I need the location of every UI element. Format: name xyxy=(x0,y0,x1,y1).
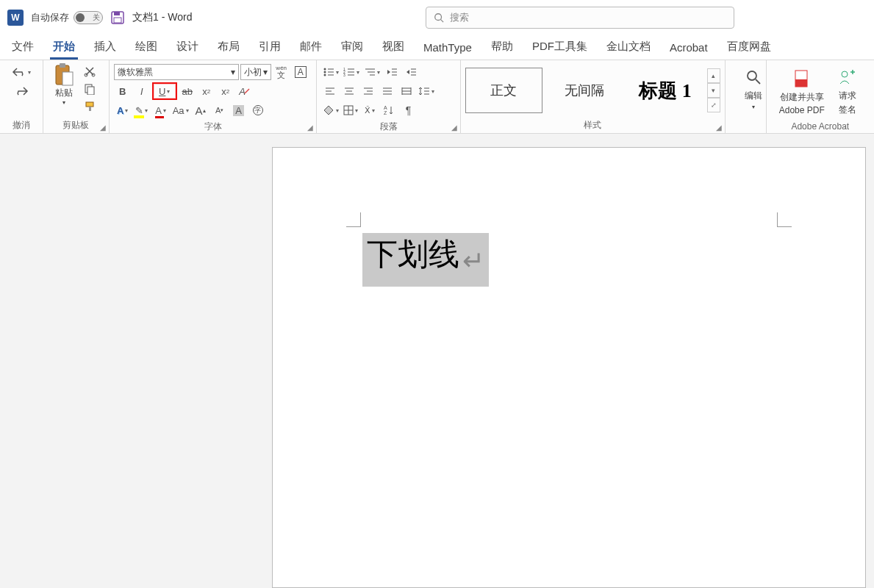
character-shading-button[interactable]: A xyxy=(230,101,248,119)
acrobat-pdf-label: Adobe PDF xyxy=(779,105,825,115)
tab-layout[interactable]: 布局 xyxy=(215,35,243,60)
clipboard-launcher-icon[interactable]: ◢ xyxy=(98,123,107,132)
change-case-button[interactable]: Aa▾ xyxy=(171,101,190,119)
bold-button[interactable]: B xyxy=(114,82,132,100)
svg-rect-1 xyxy=(114,12,120,15)
tab-pdftools[interactable]: PDF工具集 xyxy=(529,35,590,60)
font-launcher-icon[interactable]: ◢ xyxy=(306,123,315,132)
underline-button[interactable]: U▾ xyxy=(152,82,177,100)
clear-formatting-button[interactable]: A xyxy=(236,82,254,100)
decrease-indent-button[interactable] xyxy=(383,63,401,81)
ribbon: ▾ 撤消 粘贴 ▾ 剪贴板 ◢ 微软雅黑▾ xyxy=(0,60,874,134)
document-workspace: 下划线↵ xyxy=(0,134,874,588)
autosave-control[interactable]: 自动保存 关 xyxy=(31,11,103,24)
show-marks-button[interactable]: ¶ xyxy=(399,101,417,119)
tab-acrobat[interactable]: Acrobat xyxy=(667,37,711,60)
line-spacing-button[interactable]: ▾ xyxy=(417,82,436,100)
style-normal[interactable]: 正文 xyxy=(465,68,543,113)
group-acrobat-label: Adobe Acrobat xyxy=(771,120,870,132)
font-name-value: 微软雅黑 xyxy=(118,66,153,79)
tab-draw[interactable]: 绘图 xyxy=(132,35,160,60)
redo-button[interactable] xyxy=(12,82,30,100)
tab-mathtype[interactable]: MathType xyxy=(420,37,475,60)
save-icon[interactable] xyxy=(110,10,125,25)
signature-icon xyxy=(839,66,856,88)
tab-mailings[interactable]: 邮件 xyxy=(297,35,325,60)
group-clipboard: 粘贴 ▾ 剪贴板 ◢ xyxy=(43,60,110,133)
styles-scroll-up-icon[interactable]: ▴ xyxy=(707,68,720,83)
document-page[interactable]: 下划线↵ xyxy=(272,147,866,588)
text-effects-button[interactable]: A▾ xyxy=(114,101,132,119)
title-bar: W 自动保存 关 文档1 - Word 搜索 xyxy=(0,0,874,35)
sort-button[interactable]: AZ xyxy=(380,101,398,119)
italic-button[interactable]: I xyxy=(133,82,151,100)
styles-scroll[interactable]: ▴ ▾ ⤢ xyxy=(707,68,720,112)
font-name-combo[interactable]: 微软雅黑▾ xyxy=(114,64,239,80)
numbering-button[interactable]: 123▾ xyxy=(342,63,361,81)
svg-line-4 xyxy=(441,20,444,23)
tab-design[interactable]: 设计 xyxy=(173,35,201,60)
highlight-button[interactable]: ✎▾ xyxy=(133,101,151,119)
tab-insert[interactable]: 插入 xyxy=(91,35,119,60)
tab-references[interactable]: 引用 xyxy=(256,35,284,60)
group-styles: 正文 无间隔 标题 1 ▴ ▾ ⤢ 样式 ◢ xyxy=(461,60,726,133)
distributed-button[interactable] xyxy=(398,82,415,100)
tab-help[interactable]: 帮助 xyxy=(488,35,516,60)
tab-home[interactable]: 开始 xyxy=(50,35,78,60)
subscript-button[interactable]: x2 xyxy=(198,82,215,100)
multilevel-list-button[interactable]: ▾ xyxy=(362,63,382,81)
group-acrobat: 创建并共享 Adobe PDF 请求 签名 Adobe Acrobat xyxy=(767,60,874,133)
acrobat-sign2-label: 签名 xyxy=(839,104,856,116)
selected-text[interactable]: 下划线↵ xyxy=(362,233,489,287)
align-right-button[interactable] xyxy=(359,82,377,100)
styles-scroll-down-icon[interactable]: ▾ xyxy=(707,83,720,98)
character-border-button[interactable]: A xyxy=(292,63,309,81)
superscript-button[interactable]: x2 xyxy=(217,82,234,100)
increase-indent-button[interactable] xyxy=(402,63,420,81)
style-no-spacing[interactable]: 无间隔 xyxy=(545,68,623,113)
copy-icon[interactable] xyxy=(82,81,98,97)
align-center-button[interactable] xyxy=(340,82,358,100)
enclose-characters-button[interactable]: 字 xyxy=(249,101,267,119)
justify-button[interactable] xyxy=(379,82,396,100)
cut-icon[interactable] xyxy=(82,63,98,79)
shrink-font-button[interactable]: A▾ xyxy=(211,101,229,119)
paste-icon[interactable] xyxy=(54,63,74,87)
paste-label[interactable]: 粘贴 xyxy=(55,87,73,99)
tab-view[interactable]: 视图 xyxy=(379,35,407,60)
font-size-combo[interactable]: 小初▾ xyxy=(240,64,271,80)
autosave-toggle[interactable]: 关 xyxy=(74,11,103,24)
format-painter-icon[interactable] xyxy=(82,98,98,115)
shading-button[interactable]: ▾ xyxy=(321,101,340,119)
font-color-button[interactable]: A▾ xyxy=(152,101,170,119)
svg-point-57 xyxy=(748,71,756,80)
group-styles-label: 样式 xyxy=(465,118,720,132)
edit-label: 编辑 xyxy=(745,90,762,102)
svg-point-61 xyxy=(842,71,848,77)
styles-expand-icon[interactable]: ⤢ xyxy=(707,98,720,112)
create-share-pdf-button[interactable]: 创建并共享 Adobe PDF xyxy=(776,65,828,115)
undo-button[interactable]: ▾ xyxy=(10,63,32,81)
asian-layout-button[interactable]: X̂▾ xyxy=(361,101,379,119)
acrobat-sign-label: 请求 xyxy=(839,90,856,102)
styles-launcher-icon[interactable]: ◢ xyxy=(714,123,723,132)
paste-dropdown[interactable]: ▾ xyxy=(62,99,65,106)
bullets-button[interactable]: ▾ xyxy=(321,63,340,81)
grow-font-button[interactable]: A▴ xyxy=(192,101,209,119)
tab-file[interactable]: 文件 xyxy=(9,35,37,60)
tab-baidu[interactable]: 百度网盘 xyxy=(724,35,774,60)
search-box[interactable]: 搜索 xyxy=(426,7,734,29)
tab-review[interactable]: 审阅 xyxy=(338,35,366,60)
group-undo-label: 撤消 xyxy=(4,118,38,132)
style-heading1[interactable]: 标题 1 xyxy=(626,68,704,113)
borders-button[interactable]: ▾ xyxy=(342,101,359,119)
group-font-label: 字体 xyxy=(114,119,312,133)
tab-jinshan[interactable]: 金山文档 xyxy=(603,35,653,60)
strikethrough-button[interactable]: ab xyxy=(179,82,196,100)
group-undo: ▾ 撤消 xyxy=(0,60,43,133)
request-signature-button[interactable]: 请求 签名 xyxy=(830,63,865,116)
paragraph-launcher-icon[interactable]: ◢ xyxy=(450,123,459,132)
acrobat-create-label: 创建并共享 xyxy=(780,91,824,104)
align-left-button[interactable] xyxy=(321,82,339,100)
phonetic-guide-button[interactable]: wén文 xyxy=(273,63,290,81)
